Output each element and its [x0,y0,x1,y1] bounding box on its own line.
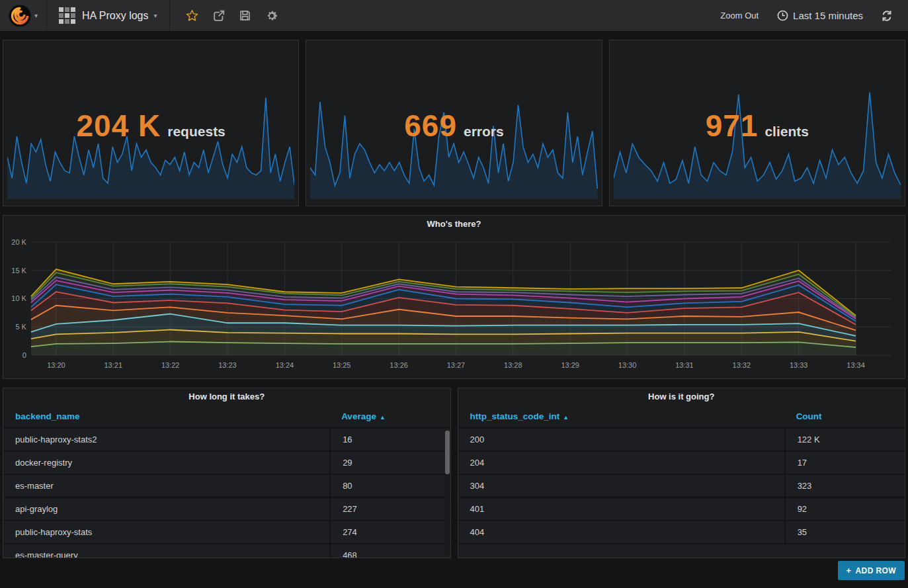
stats-row: 204 K requests 669 errors 971 clients [3,40,905,206]
panel-title[interactable]: Who's there? [3,216,905,233]
refresh-icon [881,10,893,22]
x-axis-tick: 13:28 [504,361,522,369]
cell-backend_name: es-master [3,475,329,497]
add-row-button[interactable]: + ADD ROW [838,561,905,580]
x-axis-tick: 13:26 [390,361,407,369]
column-header-backend_name[interactable]: backend_name [3,405,329,427]
stat-panel-clients[interactable]: 971 clients [609,40,905,206]
cell-Count: 92 [784,498,905,520]
x-axis-tick: 13:31 [675,361,693,369]
cell-backend_name: api-graylog [3,498,329,520]
save-button[interactable] [232,0,259,32]
cell-http_status_code_int: 204 [458,452,784,474]
settings-button[interactable] [259,0,285,32]
table-row: public-haproxy-stats274 [3,521,450,544]
panel-title[interactable]: How long it takes? [3,388,450,405]
table-scrollbar[interactable] [445,431,450,556]
column-header-Count[interactable]: Count [784,405,905,427]
y-axis-tick: 20 K [11,238,26,246]
table-header-row: http_status_code_int▲Count [458,405,905,429]
x-axis-tick: 13:24 [276,361,294,369]
table-row: 20417 [458,452,905,475]
chevron-down-icon: ▾ [153,12,157,19]
grafana-logo [9,5,31,27]
x-axis-tick: 13:20 [47,361,65,369]
stat-value: 669 [404,108,457,144]
share-button[interactable] [206,0,232,32]
table-row: docker-registry29 [3,452,450,475]
table-row: 40435 [458,521,905,544]
cell-http_status_code_int: 304 [458,475,784,497]
x-axis-tick: 13:27 [447,361,465,369]
navbar: ▾ HA Proxy logs ▾ [0,0,908,32]
time-controls: Zoom Out Last 15 minutes [712,0,908,32]
stat-label: errors [464,124,504,140]
stat-panel-errors[interactable]: 669 errors [306,40,602,206]
cell-http_status_code_int: 404 [458,521,784,543]
cell-Average: 80 [329,475,450,497]
sort-caret-icon: ▲ [380,414,386,421]
stat-panel-requests[interactable]: 204 K requests [3,40,299,206]
dashboard-title-dropdown[interactable]: HA Proxy logs ▾ [47,0,169,32]
cell-http_status_code_int: 200 [458,429,784,450]
table-row: 40192 [458,498,905,521]
y-axis-tick: 15 K [11,267,26,274]
cell-backend_name: docker-registry [3,452,329,474]
grafana-logo-menu[interactable]: ▾ [0,0,46,32]
stacked-area-chart[interactable]: 05 K10 K15 K20 K13:2013:2113:2213:2313:2… [3,233,905,380]
table-row: public-haproxy-stats216 [3,429,450,452]
cell-http_status_code_int: 401 [458,498,784,520]
cell-backend_name: es-master-query [3,544,329,558]
dashboard-grid-icon [59,7,75,24]
time-range-picker[interactable]: Last 15 minutes [770,5,870,26]
stat-text: 669 errors [306,108,601,144]
column-header-http_status_code_int[interactable]: http_status_code_int▲ [458,405,784,427]
cell-backend_name: public-haproxy-stats2 [3,429,329,450]
cell-backend_name: public-haproxy-stats [3,521,329,543]
x-axis-tick: 13:32 [733,361,751,369]
panel-title[interactable]: How is it going? [458,388,905,405]
chevron-down-icon: ▾ [34,12,38,19]
dashboard-body: 204 K requests 669 errors 971 clients [0,32,908,580]
table-panel-how-long-it-takes: How long it takes? backend_nameAverage▲p… [3,388,451,558]
add-row-container: + ADD ROW [3,561,905,580]
cell-Average: 274 [329,521,450,543]
x-axis-tick: 13:33 [790,361,807,369]
tables-row: How long it takes? backend_nameAverage▲p… [3,388,905,558]
star-button[interactable] [179,0,206,32]
x-axis-tick: 13:25 [333,361,351,369]
table-row: es-master-query468 [3,544,450,558]
table-row: api-graylog227 [3,498,450,521]
cell-Count: 122 K [784,429,905,450]
refresh-button[interactable] [874,0,900,32]
cell-Average: 227 [329,498,450,520]
x-axis-tick: 13:21 [104,361,122,369]
cell-Average: 29 [329,452,450,474]
cell-Count: 17 [784,452,905,474]
y-axis-tick: 10 K [11,294,26,302]
x-axis-tick: 13:22 [161,361,179,369]
grafana-dashboard: ▾ HA Proxy logs ▾ [0,0,908,588]
stat-label: requests [167,124,226,140]
gear-icon [265,9,278,22]
zoom-out-button[interactable]: Zoom Out [712,5,766,26]
dashboard-title[interactable]: HA Proxy logs ▾ [82,10,157,22]
scrollbar-thumb[interactable] [445,431,450,474]
table-row: 200122 K [458,429,905,452]
y-axis-tick: 5 K [15,323,26,331]
clock-icon [777,10,788,21]
sort-caret-icon: ▲ [563,414,569,421]
cell-Count: 323 [784,475,905,497]
stat-label: clients [764,124,809,140]
cell-Count: 35 [784,521,905,543]
dashboard-title-text: HA Proxy logs [82,10,148,22]
dashboard-actions [179,0,285,32]
table-row: 304323 [458,475,905,498]
table-row-clipped [458,544,905,558]
column-header-Average[interactable]: Average▲ [329,405,450,427]
share-icon [212,9,226,22]
graph-panel-whos-there: Who's there? 05 K10 K15 K20 K13:2013:211… [3,215,905,379]
stat-value: 204 K [77,108,161,144]
save-icon [239,9,251,22]
plus-icon: + [846,566,852,575]
